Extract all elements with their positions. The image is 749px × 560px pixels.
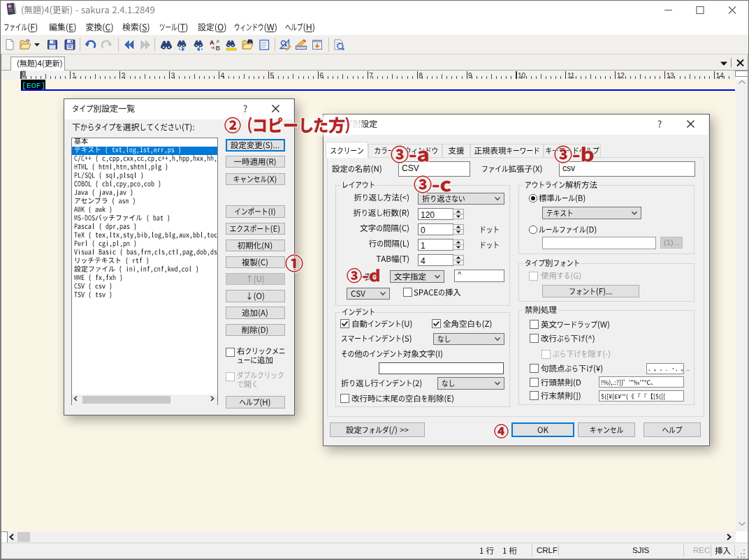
svg-text:A: A [210,39,214,46]
svg-text:B: B [216,45,221,52]
